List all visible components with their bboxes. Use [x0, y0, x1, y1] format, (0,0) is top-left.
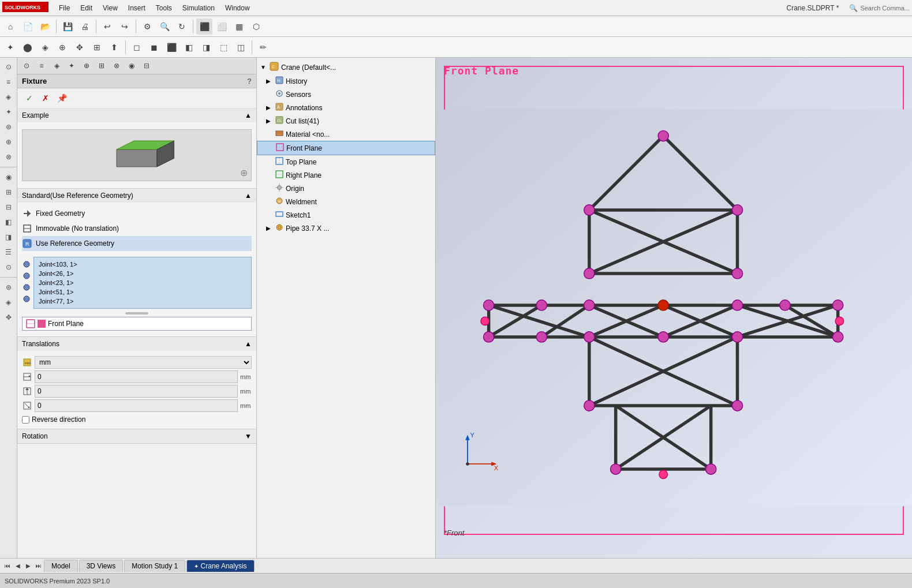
- toolbar-open[interactable]: 📂: [37, 18, 53, 35]
- tree-history[interactable]: ▶ H History: [257, 74, 435, 88]
- tb2-btn6[interactable]: ⊞: [89, 39, 105, 55]
- side-icon-10[interactable]: ⊟: [2, 200, 16, 214]
- tb2-btn3[interactable]: ◈: [37, 39, 53, 55]
- tab-nav-next[interactable]: ▶: [23, 561, 33, 571]
- side-icon-6[interactable]: ⊕: [2, 135, 16, 149]
- tree-material[interactable]: ▶ Material <no...: [257, 128, 435, 141]
- toolbar-save[interactable]: 💾: [59, 18, 76, 35]
- translations-header[interactable]: Translations ▲: [17, 337, 256, 351]
- z-trans-input[interactable]: 0: [35, 399, 238, 412]
- toolbar-rotate[interactable]: ↻: [174, 18, 190, 35]
- fixed-geometry-item[interactable]: Fixed Geometry: [22, 206, 252, 221]
- toolbar-print[interactable]: 🖨: [77, 18, 93, 35]
- menu-simulation[interactable]: Simulation: [178, 3, 219, 13]
- menu-edit[interactable]: Edit: [76, 3, 97, 13]
- fixture-help[interactable]: ?: [247, 77, 252, 85]
- side-icon-2[interactable]: ≡: [2, 75, 16, 89]
- tb2-iso2[interactable]: ◼: [146, 39, 162, 55]
- tree-frontplane[interactable]: ▶ Front Plane: [257, 141, 435, 155]
- side-icon-11[interactable]: ◧: [2, 215, 16, 229]
- side-icon-3[interactable]: ◈: [2, 90, 16, 104]
- side-icon-8[interactable]: ◉: [2, 170, 16, 184]
- reverse-checkbox[interactable]: [22, 416, 29, 424]
- lp-toolbar-btn7[interactable]: ⊗: [110, 59, 124, 73]
- x-trans-input[interactable]: 0: [35, 370, 238, 383]
- tb2-pen[interactable]: ✏: [255, 39, 271, 55]
- immovable-item[interactable]: Immovable (No translation): [22, 221, 252, 236]
- lp-toolbar-btn2[interactable]: ≡: [35, 59, 48, 73]
- side-icon-1[interactable]: ⊙: [2, 60, 16, 74]
- use-ref-geom-item[interactable]: R Use Reference Geometry: [22, 236, 252, 251]
- tb2-iso6[interactable]: ⬚: [215, 39, 231, 55]
- toolbar-view1[interactable]: ⬛: [196, 18, 212, 35]
- side-icon-12[interactable]: ◨: [2, 230, 16, 244]
- tree-sensors[interactable]: ▶ Sensors: [257, 88, 435, 101]
- menu-insert[interactable]: Insert: [124, 3, 150, 13]
- menu-file[interactable]: File: [54, 3, 74, 13]
- toolbar-view2[interactable]: ⬜: [214, 18, 230, 35]
- tb2-iso5[interactable]: ◨: [198, 39, 214, 55]
- tb2-btn4[interactable]: ⊕: [54, 39, 70, 55]
- side-icon-9[interactable]: ⊞: [2, 185, 16, 199]
- side-icon-7[interactable]: ⊗: [2, 150, 16, 164]
- toolbar-new[interactable]: 📄: [20, 18, 36, 35]
- tree-annotations-expand[interactable]: ▶: [266, 104, 273, 111]
- tab-3dviews[interactable]: 3D Views: [79, 560, 123, 572]
- rotation-header[interactable]: Rotation ▼: [17, 429, 256, 443]
- lp-toolbar-btn8[interactable]: ◉: [125, 59, 139, 73]
- joint-item-4[interactable]: Joint<77, 1>: [38, 297, 248, 306]
- side-icon-13[interactable]: ☰: [2, 245, 16, 259]
- toolbar-redo[interactable]: ↪: [117, 18, 133, 35]
- toolbar-view4[interactable]: ⬡: [248, 18, 264, 35]
- tree-pipe-expand[interactable]: ▶: [266, 225, 273, 231]
- standard-section-header[interactable]: Standard(Use Reference Geometry) ▲: [17, 189, 256, 203]
- side-icon-14[interactable]: ⊙: [2, 260, 16, 274]
- y-trans-input[interactable]: 0: [35, 385, 238, 398]
- tree-topplane[interactable]: ▶ Top Plane: [257, 155, 435, 168]
- menu-window[interactable]: Window: [220, 3, 255, 13]
- tree-history-expand[interactable]: ▶: [266, 78, 273, 84]
- example-section-header[interactable]: Example ▲: [17, 108, 256, 122]
- joint-item-0[interactable]: Joint<103, 1>: [38, 260, 248, 269]
- tab-nav-first[interactable]: ⏮: [2, 561, 13, 571]
- tb2-btn1[interactable]: ✦: [2, 39, 18, 55]
- tree-sketch1[interactable]: ▶ Sketch1: [257, 208, 435, 222]
- tb2-iso7[interactable]: ◫: [233, 39, 249, 55]
- tree-pipe[interactable]: ▶ Pipe 33.7 X ...: [257, 222, 435, 235]
- tb2-btn2[interactable]: ⬤: [20, 39, 36, 55]
- tree-cutlist-expand[interactable]: ▶: [266, 118, 273, 124]
- joint-item-1[interactable]: Joint<26, 1>: [38, 269, 248, 278]
- tree-root-expand[interactable]: ▼: [260, 64, 267, 70]
- lp-toolbar-btn6[interactable]: ⊞: [95, 59, 109, 73]
- tree-origin[interactable]: ▶ Origin: [257, 182, 435, 195]
- menu-tools[interactable]: Tools: [151, 3, 177, 13]
- cancel-btn[interactable]: ✗: [39, 92, 52, 104]
- side-icon-16[interactable]: ◈: [2, 295, 16, 309]
- tab-nav-prev[interactable]: ◀: [13, 561, 23, 571]
- side-icon-4[interactable]: ✦: [2, 105, 16, 119]
- tree-cutlist[interactable]: ▶ CL Cut list(41): [257, 114, 435, 128]
- lp-toolbar-btn1[interactable]: ⊙: [20, 59, 33, 73]
- tree-weldment[interactable]: ▶ W Weldment: [257, 195, 435, 208]
- tab-motionstudy[interactable]: Motion Study 1: [124, 560, 185, 572]
- tb2-upload[interactable]: ⬆: [106, 39, 122, 55]
- tb2-btn5[interactable]: ✥: [72, 39, 88, 55]
- tab-craneanalysis[interactable]: ✦ Crane Analysis: [186, 560, 254, 572]
- toolbar-settings[interactable]: ⚙: [139, 18, 155, 35]
- lp-toolbar-btn5[interactable]: ⊕: [80, 59, 94, 73]
- menu-view[interactable]: View: [98, 3, 122, 13]
- tree-root[interactable]: ▼ C Crane (Default<...: [257, 60, 435, 74]
- tb2-iso1[interactable]: ◻: [129, 39, 145, 55]
- confirm-btn[interactable]: ✓: [23, 92, 36, 104]
- side-icon-17[interactable]: ✥: [2, 310, 16, 324]
- tb2-iso3[interactable]: ⬛: [163, 39, 180, 55]
- lp-toolbar-btn4[interactable]: ✦: [65, 59, 79, 73]
- side-icon-5[interactable]: ⊛: [2, 120, 16, 134]
- toolbar-view3[interactable]: ▦: [231, 18, 247, 35]
- tab-model[interactable]: Model: [44, 560, 78, 572]
- unit-select[interactable]: mm cm m: [35, 356, 252, 369]
- joint-item-3[interactable]: Joint<51, 1>: [38, 287, 248, 297]
- tree-rightplane[interactable]: ▶ Right Plane: [257, 168, 435, 182]
- joint-item-2[interactable]: Joint<23, 1>: [38, 278, 248, 287]
- tb2-iso4[interactable]: ◧: [181, 39, 197, 55]
